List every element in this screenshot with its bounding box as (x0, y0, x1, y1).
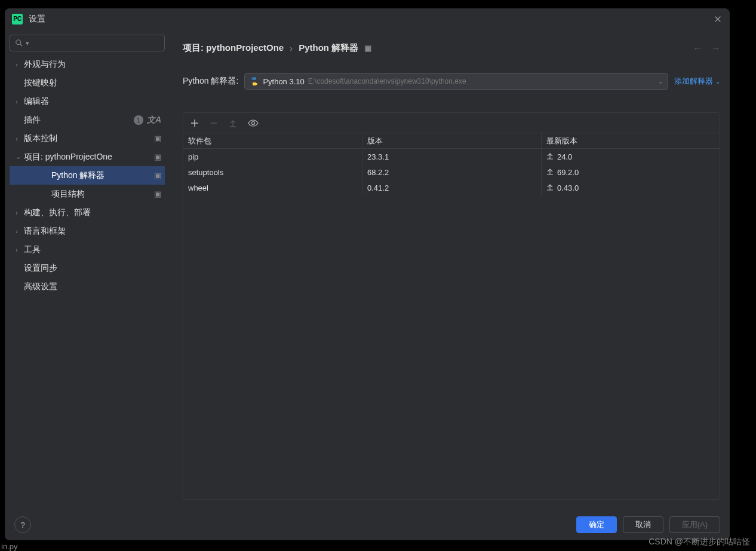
breadcrumb-nav: ← → (693, 43, 720, 53)
packages-header: 软件包 版本 最新版本 (183, 133, 720, 149)
chevron-down-icon: ⌄ (658, 78, 663, 85)
interpreter-combo[interactable]: Python 3.10 E:\codesoft\anaconda\envs\py… (244, 73, 668, 90)
sidebar-item-label: 语言和框架 (24, 226, 161, 237)
chevron-icon: › (16, 61, 24, 68)
sidebar-item-label: 高级设置 (24, 281, 161, 292)
apply-button[interactable]: 应用(A) (669, 516, 720, 533)
chevron-icon: › (16, 98, 24, 105)
dialog-title: 设置 (29, 14, 45, 25)
interpreter-label: Python 解释器: (183, 76, 238, 87)
sidebar-item-label: Python 解释器 (51, 170, 154, 181)
packages-body: pip23.3.124.0setuptools68.2.269.2.0wheel… (183, 149, 720, 195)
pycharm-logo-icon: PC (12, 14, 23, 25)
interpreter-name: Python 3.10 (263, 77, 304, 86)
language-icon: 文A (147, 115, 161, 125)
add-package-icon[interactable] (190, 119, 199, 127)
upgrade-available-icon (546, 152, 554, 161)
search-input[interactable]: ▾ (10, 35, 165, 51)
svg-text:PC: PC (13, 16, 22, 22)
sidebar-item[interactable]: Python 解释器▣ (10, 166, 165, 185)
package-version: 0.41.2 (362, 180, 542, 195)
remove-package-icon (210, 119, 218, 127)
package-version: 68.2.2 (362, 164, 542, 180)
search-icon (15, 39, 23, 47)
packages-panel: 软件包 版本 最新版本 pip23.3.124.0setuptools68.2.… (183, 112, 720, 500)
col-header-latest[interactable]: 最新版本 (542, 133, 720, 148)
sidebar-item-label: 按键映射 (24, 78, 161, 88)
add-interpreter-link[interactable]: 添加解释器 ⌄ (674, 76, 720, 87)
titlebar: PC 设置 (5, 8, 730, 30)
breadcrumb: 项目: pythonProjectOne › Python 解释器 ▣ ← → (183, 39, 720, 56)
package-name: pip (183, 149, 362, 164)
col-header-version[interactable]: 版本 (362, 133, 542, 148)
package-row[interactable]: setuptools68.2.269.2.0 (183, 164, 720, 180)
watermark: CSDN @不断进步的咕咕怪 (649, 537, 750, 547)
dialog-body: ▾ ›外观与行为按键映射›编辑器插件1文A›版本控制▣⌄项目: pythonPr… (5, 30, 730, 509)
settings-tree: ›外观与行为按键映射›编辑器插件1文A›版本控制▣⌄项目: pythonProj… (10, 55, 165, 504)
python-icon (250, 76, 259, 86)
sidebar-item[interactable]: ⌄项目: pythonProjectOne▣ (10, 148, 165, 166)
sidebar-item-label: 项目: pythonProjectOne (24, 152, 154, 163)
package-name: setuptools (183, 164, 362, 180)
sidebar-item[interactable]: ›工具 (10, 240, 165, 259)
chevron-icon: › (16, 228, 24, 235)
sidebar-item[interactable]: ›编辑器 (10, 92, 165, 111)
chevron-icon: › (16, 246, 24, 253)
help-button[interactable]: ? (14, 516, 31, 533)
cube-icon: ▣ (154, 171, 161, 180)
package-row[interactable]: pip23.3.124.0 (183, 149, 720, 164)
sidebar-item-label: 工具 (24, 244, 161, 255)
sidebar-item[interactable]: 设置同步 (10, 259, 165, 277)
sidebar-item-label: 构建、执行、部署 (24, 207, 161, 218)
nav-back-icon[interactable]: ← (693, 43, 702, 53)
sidebar-item[interactable]: 项目结构▣ (10, 185, 165, 203)
packages-toolbar (183, 113, 720, 133)
chevron-icon: › (16, 209, 24, 216)
sidebar-item[interactable]: 高级设置 (10, 277, 165, 296)
sidebar-item[interactable]: ›外观与行为 (10, 55, 165, 74)
sidebar-item-label: 项目结构 (51, 189, 154, 200)
search-cursor: ▾ (26, 39, 29, 47)
sidebar-item-label: 外观与行为 (24, 59, 161, 70)
chevron-icon: ⌄ (16, 153, 24, 161)
upgrade-package-icon (229, 119, 237, 127)
count-badge: 1 (134, 115, 143, 125)
sidebar-item-label: 设置同步 (24, 263, 161, 274)
col-header-name[interactable]: 软件包 (183, 133, 362, 148)
close-icon[interactable] (713, 14, 723, 24)
breadcrumb-part2: Python 解释器 (299, 42, 358, 54)
cube-icon: ▣ (154, 189, 161, 198)
cube-icon: ▣ (154, 152, 161, 161)
statusbar-text: in.py (1, 542, 17, 551)
upgrade-available-icon (546, 168, 554, 177)
dialog-footer: ? 确定 取消 应用(A) (5, 509, 730, 540)
cube-icon: ▣ (364, 44, 371, 53)
cube-icon: ▣ (154, 134, 161, 143)
breadcrumb-sep: › (290, 43, 293, 53)
eye-icon[interactable] (248, 119, 259, 127)
sidebar-item-label: 编辑器 (24, 96, 161, 107)
main-panel: 项目: pythonProjectOne › Python 解释器 ▣ ← → … (170, 30, 730, 509)
sidebar-item-label: 版本控制 (24, 133, 154, 144)
sidebar-item-label: 插件 (24, 115, 134, 125)
settings-dialog: PC 设置 ▾ ›外观与行为按键映射›编辑器插件1文A›版本控制▣⌄项目: py… (5, 8, 730, 540)
package-latest: 0.43.0 (542, 180, 720, 195)
package-version: 23.3.1 (362, 149, 542, 164)
sidebar: ▾ ›外观与行为按键映射›编辑器插件1文A›版本控制▣⌄项目: pythonPr… (5, 30, 170, 509)
sidebar-item[interactable]: ›语言和框架 (10, 222, 165, 240)
nav-forward-icon[interactable]: → (711, 43, 720, 53)
sidebar-item[interactable]: 按键映射 (10, 74, 165, 92)
package-row[interactable]: wheel0.41.20.43.0 (183, 180, 720, 195)
package-name: wheel (183, 180, 362, 195)
sidebar-item[interactable]: 插件1文A (10, 111, 165, 129)
sidebar-item[interactable]: ›版本控制▣ (10, 129, 165, 148)
upgrade-available-icon (546, 183, 554, 192)
breadcrumb-part1: 项目: pythonProjectOne (183, 42, 284, 54)
svg-point-2 (16, 40, 21, 45)
package-latest: 69.2.0 (542, 164, 720, 180)
ok-button[interactable]: 确定 (576, 516, 617, 533)
chevron-down-icon: ⌄ (715, 78, 720, 85)
sidebar-item[interactable]: ›构建、执行、部署 (10, 203, 165, 222)
svg-point-3 (252, 121, 255, 124)
cancel-button[interactable]: 取消 (623, 516, 663, 533)
